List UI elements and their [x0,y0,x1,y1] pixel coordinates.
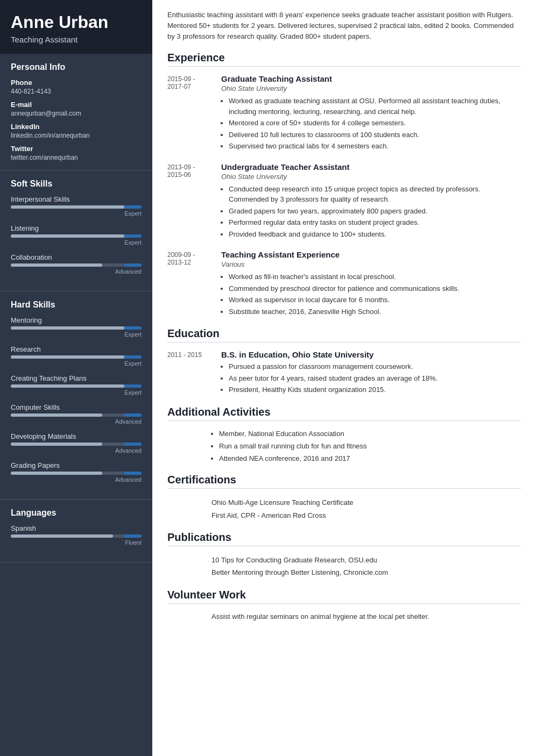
skill-level: Expert [11,360,142,367]
activities-section: Additional Activities Member, National E… [167,406,521,464]
education-list: 2011 - 2015 B.S. in Education, Ohio Stat… [167,350,521,396]
skill-item: Developing Materials Advanced [11,432,142,454]
activity-bullet: Run a small trail running club for fun a… [219,441,521,452]
skill-bar-fill [11,326,124,330]
soft-skills-section: Soft Skills Interpersonal Skills Expert … [0,170,152,291]
skill-bar-accent [124,472,142,475]
experience-item: 2009-09 - 2013-12 Teaching Assistant Exp… [167,250,521,318]
email-label: E-mail [11,101,142,109]
skill-bar-accent [124,355,142,359]
cert-item: First Aid, CPR - American Red Cross [211,509,521,522]
skill-bar [11,355,142,359]
experience-section: Experience 2015-09 - 2017-07 Graduate Te… [167,52,521,318]
exp-bullets: Worked as graduate teaching assistant at… [221,96,521,152]
pub-list: 10 Tips for Conducting Graduate Research… [167,554,521,579]
lang-name: Spanish [11,524,142,532]
exp-bullet: Worked as supervisor in local daycare fo… [229,295,521,305]
exp-content: Undergraduate Teacher Assistant Ohio Sta… [221,162,521,241]
education-item: 2011 - 2015 B.S. in Education, Ohio Stat… [167,350,521,396]
edu-date: 2011 - 2015 [167,350,211,396]
skill-bar-fill [11,263,102,267]
exp-content: Teaching Assistant Experience Various Wo… [221,250,521,318]
skill-bar [11,384,142,388]
skill-level: Expert [11,331,142,338]
skill-bar-accent [124,326,142,330]
phone-value: 440-821-4143 [11,88,142,95]
volunteer-section: Volunteer Work Assist with regular semin… [167,589,521,623]
skill-item: Listening Expert [11,224,142,246]
activities-list: Member, National Education AssociationRu… [211,429,521,464]
exp-bullet: Supervised two practical labs for 4 seme… [229,141,521,152]
skill-bar [11,413,142,417]
skill-level: Advanced [11,476,142,483]
education-section: Education 2011 - 2015 B.S. in Education,… [167,327,521,396]
personal-info-title: Personal Info [11,62,142,72]
skill-bar-accent [124,263,142,267]
languages-title: Languages [11,508,142,518]
exp-date: 2015-09 - 2017-07 [167,74,211,153]
lang-bar [11,534,142,538]
edu-degree: B.S. in Education, Ohio State University [221,350,521,359]
skill-bar-accent [124,234,142,238]
lang-level: Fluent [11,539,142,546]
volunteer-title: Volunteer Work [167,589,521,604]
skill-name: Developing Materials [11,432,142,440]
skill-bar-accent [124,384,142,388]
edu-content: B.S. in Education, Ohio State University… [221,350,521,396]
skill-bar [11,205,142,209]
lang-bar-accent [124,534,142,538]
skill-bar-accent [124,413,142,417]
edu-bullet: Pursued a passion for classroom manageme… [229,361,521,372]
skill-bar-fill [11,205,124,209]
phone-label: Phone [11,79,142,87]
volunteer-text: Assist with regular seminars on animal h… [211,611,521,623]
languages-section: Languages Spanish Fluent [0,500,152,562]
candidate-name: Anne Urban [11,13,142,32]
main-content: Enthusiastic teaching assistant with 8 y… [152,0,536,756]
exp-content: Graduate Teaching Assistant Ohio State U… [221,74,521,153]
skill-level: Advanced [11,418,142,425]
skill-item: Grading Papers Advanced [11,461,142,483]
exp-date: 2013-09 - 2015-06 [167,162,211,241]
cert-list: Ohio Multi-Age Licensure Teaching Certif… [167,496,521,522]
exp-bullet: Performed regular data entry tasks on st… [229,217,521,228]
skill-bar-accent [124,205,142,209]
skill-item: Creating Teaching Plans Expert [11,374,142,396]
skill-level: Expert [11,210,142,217]
exp-bullet: Conducted deep research into 15 unique p… [229,184,521,205]
skill-bar [11,326,142,330]
linkedin-value: linkedin.com/in/annequrban [11,132,142,139]
skill-bar [11,472,142,475]
cert-item: Ohio Multi-Age Licensure Teaching Certif… [211,496,521,509]
skill-item: Mentoring Expert [11,316,142,338]
skill-item: Research Expert [11,345,142,367]
experience-item: 2015-09 - 2017-07 Graduate Teaching Assi… [167,74,521,153]
skill-bar [11,263,142,267]
skill-bar-fill [11,472,102,475]
summary-text: Enthusiastic teaching assistant with 8 y… [167,10,521,42]
skill-bar [11,443,142,446]
pub-item: Better Mentoring through Better Listenin… [211,566,521,579]
skill-name: Interpersonal Skills [11,195,142,203]
edu-bullets: Pursued a passion for classroom manageme… [221,361,521,395]
linkedin-label: LinkedIn [11,123,142,131]
skill-name: Collaboration [11,253,142,261]
skill-level: Advanced [11,268,142,275]
exp-bullet: Delivered 10 full lectures to classrooms… [229,130,521,140]
pub-item: 10 Tips for Conducting Graduate Research… [211,554,521,566]
sidebar: Anne Urban Teaching Assistant Personal I… [0,0,152,756]
skill-bar-fill [11,443,102,446]
hard-skills-list: Mentoring Expert Research Expert Creatin… [11,316,142,483]
exp-job-title: Undergraduate Teacher Assistant [221,162,521,172]
exp-job-title: Graduate Teaching Assistant [221,74,521,83]
skill-bar-fill [11,355,124,359]
exp-bullet: Graded papers for two years, approximate… [229,206,521,217]
exp-date: 2009-09 - 2013-12 [167,250,211,318]
hard-skills-section: Hard Skills Mentoring Expert Research Ex… [0,291,152,500]
skill-name: Research [11,345,142,353]
experience-item: 2013-09 - 2015-06 Undergraduate Teacher … [167,162,521,241]
publications-section: Publications 10 Tips for Conducting Grad… [167,531,521,579]
certifications-title: Certifications [167,474,521,489]
edu-bullet: President, Healthy Kids student organiza… [229,384,521,395]
edu-bullet: As peer tutor for 4 years, raised studen… [229,373,521,384]
